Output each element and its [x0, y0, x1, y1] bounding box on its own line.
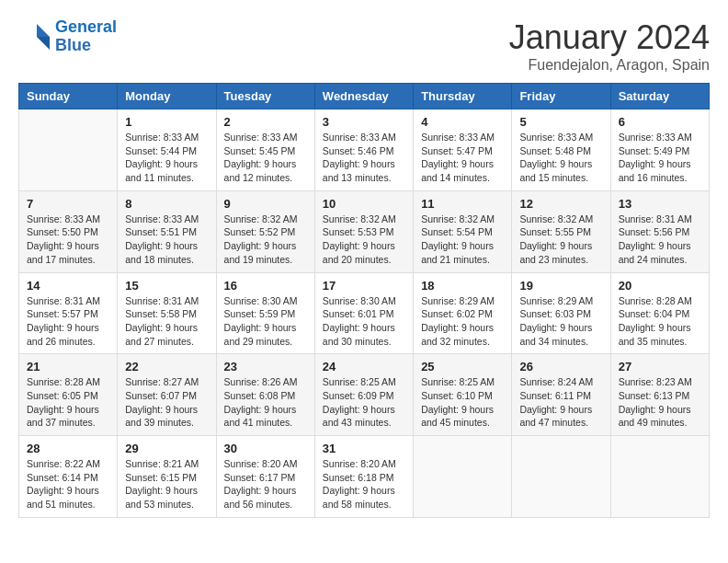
calendar-cell: 3Sunrise: 8:33 AM Sunset: 5:46 PM Daylig… [314, 109, 413, 191]
day-number: 5 [519, 115, 602, 129]
calendar-cell: 27Sunrise: 8:23 AM Sunset: 6:13 PM Dayli… [610, 354, 709, 436]
weekday-header-tuesday: Tuesday [216, 84, 314, 109]
day-info: Sunrise: 8:22 AM Sunset: 6:14 PM Dayligh… [27, 457, 109, 511]
month-title: January 2024 [509, 18, 710, 57]
day-number: 29 [125, 442, 208, 455]
day-info: Sunrise: 8:32 AM Sunset: 5:54 PM Dayligh… [421, 213, 504, 267]
day-number: 18 [421, 279, 504, 293]
day-number: 19 [519, 279, 602, 293]
day-info: Sunrise: 8:33 AM Sunset: 5:45 PM Dayligh… [224, 131, 307, 185]
day-number: 10 [323, 197, 405, 211]
calendar-cell: 15Sunrise: 8:31 AM Sunset: 5:58 PM Dayli… [118, 272, 216, 354]
day-info: Sunrise: 8:33 AM Sunset: 5:47 PM Dayligh… [421, 131, 504, 185]
day-number: 16 [224, 279, 307, 293]
calendar-cell: 4Sunrise: 8:33 AM Sunset: 5:47 PM Daylig… [414, 109, 512, 191]
title-block: January 2024 Fuendejalon, Aragon, Spain [509, 18, 710, 74]
week-row-1: 1Sunrise: 8:33 AM Sunset: 5:44 PM Daylig… [19, 109, 710, 191]
day-info: Sunrise: 8:32 AM Sunset: 5:53 PM Dayligh… [323, 213, 405, 267]
day-info: Sunrise: 8:20 AM Sunset: 6:17 PM Dayligh… [224, 457, 307, 511]
day-info: Sunrise: 8:31 AM Sunset: 5:58 PM Dayligh… [125, 294, 208, 349]
day-number: 4 [421, 115, 504, 129]
calendar-cell: 28Sunrise: 8:22 AM Sunset: 6:14 PM Dayli… [19, 436, 118, 518]
day-info: Sunrise: 8:30 AM Sunset: 5:59 PM Dayligh… [224, 294, 307, 349]
calendar-cell: 14Sunrise: 8:31 AM Sunset: 5:57 PM Dayli… [19, 272, 118, 354]
day-number: 9 [224, 197, 307, 211]
location: Fuendejalon, Aragon, Spain [509, 57, 710, 74]
calendar-cell: 12Sunrise: 8:32 AM Sunset: 5:55 PM Dayli… [512, 190, 610, 272]
day-number: 21 [27, 360, 109, 373]
day-info: Sunrise: 8:28 AM Sunset: 6:04 PM Dayligh… [619, 294, 701, 349]
calendar-cell: 26Sunrise: 8:24 AM Sunset: 6:11 PM Dayli… [512, 354, 610, 436]
day-number: 8 [125, 197, 208, 211]
week-row-2: 7Sunrise: 8:33 AM Sunset: 5:50 PM Daylig… [19, 190, 710, 272]
day-info: Sunrise: 8:33 AM Sunset: 5:48 PM Dayligh… [519, 131, 602, 185]
calendar-cell [512, 436, 610, 518]
day-number: 27 [619, 360, 701, 373]
calendar-cell: 21Sunrise: 8:28 AM Sunset: 6:05 PM Dayli… [19, 354, 118, 436]
day-number: 24 [323, 360, 405, 373]
logo-icon [18, 20, 51, 53]
week-row-5: 28Sunrise: 8:22 AM Sunset: 6:14 PM Dayli… [19, 436, 710, 518]
day-number: 28 [27, 442, 109, 455]
day-number: 1 [125, 115, 208, 129]
calendar-cell: 5Sunrise: 8:33 AM Sunset: 5:48 PM Daylig… [512, 109, 610, 191]
day-number: 7 [27, 197, 109, 211]
day-info: Sunrise: 8:29 AM Sunset: 6:02 PM Dayligh… [421, 294, 504, 349]
weekday-header-sunday: Sunday [19, 84, 118, 109]
calendar-cell: 22Sunrise: 8:27 AM Sunset: 6:07 PM Dayli… [118, 354, 216, 436]
calendar-cell: 13Sunrise: 8:31 AM Sunset: 5:56 PM Dayli… [610, 190, 709, 272]
weekday-header-wednesday: Wednesday [314, 84, 413, 109]
calendar-cell: 1Sunrise: 8:33 AM Sunset: 5:44 PM Daylig… [118, 109, 216, 191]
day-number: 23 [224, 360, 307, 373]
weekday-header-thursday: Thursday [414, 84, 512, 109]
day-info: Sunrise: 8:33 AM Sunset: 5:50 PM Dayligh… [27, 213, 109, 267]
day-number: 6 [619, 115, 701, 129]
day-info: Sunrise: 8:31 AM Sunset: 5:56 PM Dayligh… [619, 213, 701, 267]
day-number: 3 [323, 115, 405, 129]
weekday-header-monday: Monday [118, 84, 216, 109]
calendar-cell: 2Sunrise: 8:33 AM Sunset: 5:45 PM Daylig… [216, 109, 314, 191]
day-info: Sunrise: 8:21 AM Sunset: 6:15 PM Dayligh… [125, 457, 208, 511]
day-info: Sunrise: 8:30 AM Sunset: 6:01 PM Dayligh… [323, 294, 405, 349]
calendar-cell [19, 109, 118, 191]
logo: General Blue [18, 18, 117, 55]
day-info: Sunrise: 8:33 AM Sunset: 5:46 PM Dayligh… [323, 131, 405, 185]
calendar-cell: 18Sunrise: 8:29 AM Sunset: 6:02 PM Dayli… [414, 272, 512, 354]
svg-marker-1 [37, 37, 50, 50]
calendar-cell: 20Sunrise: 8:28 AM Sunset: 6:04 PM Dayli… [610, 272, 709, 354]
calendar-cell: 17Sunrise: 8:30 AM Sunset: 6:01 PM Dayli… [314, 272, 413, 354]
week-row-4: 21Sunrise: 8:28 AM Sunset: 6:05 PM Dayli… [19, 354, 710, 436]
day-info: Sunrise: 8:26 AM Sunset: 6:08 PM Dayligh… [224, 375, 307, 430]
day-info: Sunrise: 8:25 AM Sunset: 6:09 PM Dayligh… [323, 375, 405, 430]
calendar-cell: 9Sunrise: 8:32 AM Sunset: 5:52 PM Daylig… [216, 190, 314, 272]
day-info: Sunrise: 8:20 AM Sunset: 6:18 PM Dayligh… [323, 457, 405, 511]
day-number: 14 [27, 279, 109, 293]
week-row-3: 14Sunrise: 8:31 AM Sunset: 5:57 PM Dayli… [19, 272, 710, 354]
calendar-cell [610, 436, 709, 518]
day-number: 15 [125, 279, 208, 293]
day-number: 30 [224, 442, 307, 455]
calendar-cell: 19Sunrise: 8:29 AM Sunset: 6:03 PM Dayli… [512, 272, 610, 354]
calendar-cell: 7Sunrise: 8:33 AM Sunset: 5:50 PM Daylig… [19, 190, 118, 272]
logo-blue: Blue [55, 36, 91, 54]
day-info: Sunrise: 8:33 AM Sunset: 5:51 PM Dayligh… [125, 213, 208, 267]
day-number: 12 [519, 197, 602, 211]
day-info: Sunrise: 8:33 AM Sunset: 5:49 PM Dayligh… [619, 131, 701, 185]
calendar-cell: 24Sunrise: 8:25 AM Sunset: 6:09 PM Dayli… [314, 354, 413, 436]
day-info: Sunrise: 8:33 AM Sunset: 5:44 PM Dayligh… [125, 131, 208, 185]
day-info: Sunrise: 8:29 AM Sunset: 6:03 PM Dayligh… [519, 294, 602, 349]
calendar-cell: 30Sunrise: 8:20 AM Sunset: 6:17 PM Dayli… [216, 436, 314, 518]
day-info: Sunrise: 8:28 AM Sunset: 6:05 PM Dayligh… [27, 375, 109, 430]
day-number: 31 [323, 442, 405, 455]
weekday-header-friday: Friday [512, 84, 610, 109]
calendar-cell: 10Sunrise: 8:32 AM Sunset: 5:53 PM Dayli… [314, 190, 413, 272]
day-number: 2 [224, 115, 307, 129]
calendar-cell: 11Sunrise: 8:32 AM Sunset: 5:54 PM Dayli… [414, 190, 512, 272]
day-number: 20 [619, 279, 701, 293]
day-info: Sunrise: 8:32 AM Sunset: 5:52 PM Dayligh… [224, 213, 307, 267]
day-number: 25 [421, 360, 504, 373]
calendar-cell: 23Sunrise: 8:26 AM Sunset: 6:08 PM Dayli… [216, 354, 314, 436]
logo-general: General [55, 17, 117, 36]
day-number: 13 [619, 197, 701, 211]
day-number: 22 [125, 360, 208, 373]
